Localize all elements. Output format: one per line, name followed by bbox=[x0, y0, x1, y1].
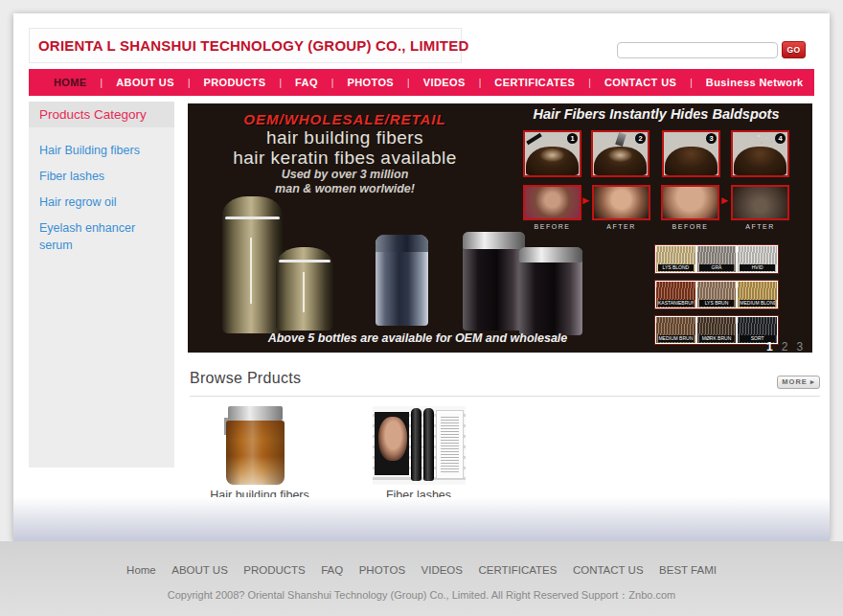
banner-promo-text: OEM/WHOLESALE/RETAIL hair building fiber… bbox=[201, 111, 489, 196]
slate-bottle bbox=[376, 235, 428, 326]
footer-link-home[interactable]: Home bbox=[126, 564, 156, 576]
copyright-text: Copyright 2008? Oriental Shanshui Techno… bbox=[0, 588, 843, 603]
product-hair-building-fibers[interactable] bbox=[226, 406, 285, 485]
before-photo-1 bbox=[523, 185, 581, 220]
footer-link-photos[interactable]: PHOTOS bbox=[359, 564, 405, 576]
sidebar-item-hair-regrow-oil[interactable]: Hair regrow oil bbox=[29, 188, 174, 214]
nav-item-products[interactable]: PRODUCTS bbox=[203, 77, 265, 88]
product-image-jar[interactable] bbox=[226, 406, 285, 485]
after-label: AFTER bbox=[729, 223, 791, 230]
content-card: ORIENTA L SHANSHUI TECHNOLOGY (GROUP) CO… bbox=[13, 13, 830, 541]
main-navbar: HOME | ABOUT US | PRODUCTS | FAQ | PHOTO… bbox=[29, 69, 814, 96]
hair-color-swatch: LYS BLOND bbox=[656, 246, 695, 272]
banner-line5: man & women worlwide! bbox=[201, 182, 489, 196]
search-input[interactable] bbox=[617, 42, 778, 58]
step-image-1: 1 bbox=[523, 130, 581, 177]
nav-item-about-us[interactable]: ABOUT US bbox=[116, 77, 174, 88]
nav-item-faq[interactable]: FAQ bbox=[295, 77, 318, 88]
jar-body-graphic bbox=[226, 421, 285, 485]
sidebar-item-label[interactable]: Eyelash enhancer serum bbox=[39, 221, 135, 252]
footer: Home ABOUT US PRODUCTS FAQ PHOTOS VIDEOS… bbox=[0, 541, 843, 616]
page: ORIENTA L SHANSHUI TECHNOLOGY (GROUP) CO… bbox=[0, 0, 843, 616]
before-label: BEFORE bbox=[659, 223, 721, 230]
bottle-label-graphic bbox=[250, 238, 252, 304]
sidebar-item-eyelash-enhancer-serum[interactable]: Eyelash enhancer serum bbox=[29, 214, 174, 257]
hair-color-swatch: MØRK BRUN bbox=[697, 317, 737, 343]
before-label: BEFORE bbox=[521, 223, 583, 230]
nav-separator: | bbox=[479, 78, 482, 88]
sidebar-item-fiber-lashes[interactable]: Fiber lashes bbox=[29, 162, 174, 188]
header-title-box: ORIENTA L SHANSHUI TECHNOLOGY (GROUP) CO… bbox=[29, 28, 462, 63]
banner-right-title: Hair Fibers Instantly Hides Baldspots bbox=[516, 106, 796, 122]
nav-separator: | bbox=[690, 78, 693, 88]
products-category-sidebar: Products Category Hair Building fibers F… bbox=[29, 102, 174, 468]
pagination-page-3[interactable]: 3 bbox=[796, 340, 803, 353]
hair-color-swatch: SORT bbox=[738, 317, 777, 343]
footer-link-products[interactable]: PRODUCTS bbox=[243, 564, 306, 576]
bronze-bottle-short bbox=[276, 247, 333, 331]
nav-item-videos[interactable]: VIDEOS bbox=[423, 77, 466, 88]
promo-banner[interactable]: OEM/WHOLESALE/RETAIL hair building fiber… bbox=[188, 103, 812, 353]
step-number-badge: 2 bbox=[635, 133, 646, 144]
bald-spot-graphic bbox=[540, 148, 564, 162]
step-number-badge: 3 bbox=[706, 133, 717, 144]
search-go-button[interactable]: GO bbox=[782, 41, 806, 58]
swatch-label: MØRK BRUN bbox=[699, 335, 735, 342]
nav-item-contact-us[interactable]: CONTACT US bbox=[604, 77, 676, 88]
swatch-row: KASTANIEBRUN LYS BRUN MEDIUM BLOND bbox=[654, 280, 779, 309]
footer-link-best-fami[interactable]: BEST FAMI bbox=[659, 564, 717, 576]
after-label: AFTER bbox=[590, 223, 652, 230]
hair-color-swatch-grid: LYS BLOND GRÅ HVID KASTANIEBRUN LYS BRUN… bbox=[654, 244, 779, 351]
search-area: GO bbox=[617, 41, 806, 58]
model-photo-graphic bbox=[375, 412, 409, 475]
arrow-icon: ▶ bbox=[582, 195, 589, 205]
sidebar-item-label[interactable]: Hair regrow oil bbox=[39, 195, 117, 209]
sidebar-item-label[interactable]: Hair Building fibers bbox=[39, 144, 140, 157]
hair-color-swatch: LYS BRUN bbox=[697, 282, 737, 308]
pagination-page-2[interactable]: 2 bbox=[782, 340, 788, 353]
nav-separator: | bbox=[331, 78, 334, 88]
black-bottle-short bbox=[519, 247, 582, 335]
after-photo-1 bbox=[592, 185, 650, 220]
instructions-panel-graphic bbox=[437, 411, 463, 478]
bald-spot-graphic bbox=[608, 148, 632, 162]
hair-graphic bbox=[665, 147, 718, 175]
footer-links: Home ABOUT US PRODUCTS FAQ PHOTOS VIDEOS… bbox=[0, 541, 843, 578]
more-button[interactable]: MORE ▸ bbox=[777, 376, 820, 389]
comb-icon bbox=[526, 133, 542, 145]
mascara-tube-graphic bbox=[411, 408, 422, 481]
footer-link-certificates[interactable]: CERTIFICATES bbox=[478, 564, 557, 576]
sidebar-item-hair-building-fibers[interactable]: Hair Building fibers bbox=[29, 136, 174, 162]
banner-caption: Above 5 bottles are available for OEM an… bbox=[216, 331, 619, 345]
footer-link-contact-us[interactable]: CONTACT US bbox=[573, 564, 644, 576]
bottle-label-graphic bbox=[303, 272, 305, 312]
hair-color-swatch: KASTANIEBRUN bbox=[656, 282, 695, 308]
nav-item-certificates[interactable]: CERTIFICATES bbox=[494, 77, 575, 88]
hair-color-swatch: HVID bbox=[738, 246, 777, 272]
nav-separator: | bbox=[188, 78, 191, 88]
swatch-label: SORT bbox=[740, 335, 775, 342]
bronze-bottle-tall bbox=[222, 196, 283, 333]
company-title: ORIENTA L SHANSHUI TECHNOLOGY (GROUP) CO… bbox=[30, 29, 461, 62]
nav-separator: | bbox=[407, 78, 410, 88]
step-image-4: 4 bbox=[731, 130, 789, 177]
banner-line3: hair keratin fibes available bbox=[201, 148, 489, 168]
swatch-label: HVID bbox=[740, 264, 775, 271]
footer-link-about-us[interactable]: ABOUT US bbox=[171, 564, 228, 576]
footer-link-faq[interactable]: FAQ bbox=[321, 564, 343, 576]
product-fiber-lashes[interactable] bbox=[373, 406, 466, 485]
banner-line4: Used by over 3 million bbox=[201, 168, 489, 182]
swatch-row: LYS BLOND GRÅ HVID bbox=[654, 244, 779, 274]
nav-item-photos[interactable]: PHOTOS bbox=[347, 77, 394, 88]
nav-item-home[interactable]: HOME bbox=[54, 77, 87, 88]
before-photo-2 bbox=[661, 185, 719, 220]
black-bottle-tall bbox=[463, 232, 525, 331]
footer-link-videos[interactable]: VIDEOS bbox=[422, 564, 463, 576]
nav-item-business-network[interactable]: Business Network bbox=[706, 77, 804, 88]
sidebar-item-label[interactable]: Fiber lashes bbox=[39, 170, 104, 183]
swatch-label: MEDIUM BRUN bbox=[658, 335, 694, 342]
banner-line2: hair building fibers bbox=[201, 127, 489, 148]
swatch-label: KASTANIEBRUN bbox=[658, 300, 694, 307]
hair-graphic bbox=[734, 147, 786, 175]
product-image-fiber-lashes[interactable] bbox=[373, 406, 466, 485]
